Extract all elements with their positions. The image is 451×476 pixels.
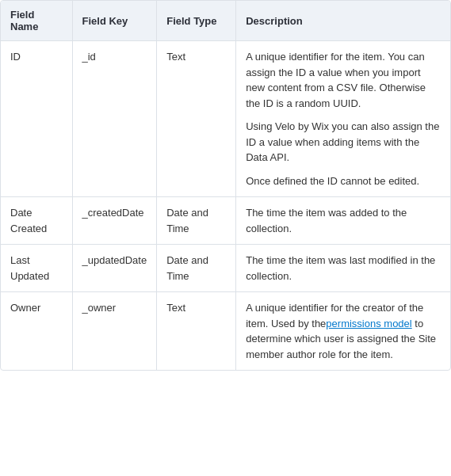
description-para: The time the item was added to the colle…: [246, 205, 441, 236]
field-key-header: Field Key: [72, 1, 157, 41]
description-cell: The time the item was added to the colle…: [236, 197, 450, 245]
field-name-cell: ID: [1, 41, 72, 197]
field-key-cell: _id: [72, 41, 157, 197]
description-cell: A unique identifier for the creator of t…: [236, 292, 450, 371]
table-header-row: Field Name Field Key Field Type Descript…: [1, 1, 450, 41]
description-para: A unique identifier for the item. You ca…: [246, 49, 441, 111]
field-key-cell: _updatedDate: [72, 245, 157, 292]
field-name-cell: Date Created: [1, 197, 72, 245]
permissions-model-link[interactable]: permissions model: [326, 318, 411, 329]
field-name-cell: Owner: [1, 292, 72, 371]
field-type-cell: Date and Time: [157, 245, 236, 292]
description-cell: The time the item was last modified in t…: [236, 245, 450, 292]
field-key-cell: _owner: [72, 292, 157, 371]
table-row: Owner _owner Text A unique identifier fo…: [1, 292, 450, 371]
description-header: Description: [236, 1, 450, 41]
description-para: Once defined the ID cannot be edited.: [246, 173, 441, 189]
description-cell: A unique identifier for the item. You ca…: [236, 41, 450, 197]
table-row: ID _id Text A unique identifier for the …: [1, 41, 450, 197]
field-type-header: Field Type: [157, 1, 236, 41]
field-key-cell: _createdDate: [72, 197, 157, 245]
table-row: Date Created _createdDate Date and Time …: [1, 197, 450, 245]
field-type-cell: Date and Time: [157, 197, 236, 245]
description-para: Using Velo by Wix you can also assign th…: [246, 119, 441, 166]
field-name-cell: Last Updated: [1, 245, 72, 292]
table-row: Last Updated _updatedDate Date and Time …: [1, 245, 450, 292]
field-name-header: Field Name: [1, 1, 72, 41]
field-reference-table: Field Name Field Key Field Type Descript…: [0, 0, 451, 371]
field-type-cell: Text: [157, 292, 236, 371]
description-para: The time the item was last modified in t…: [246, 253, 441, 284]
field-type-cell: Text: [157, 41, 236, 197]
